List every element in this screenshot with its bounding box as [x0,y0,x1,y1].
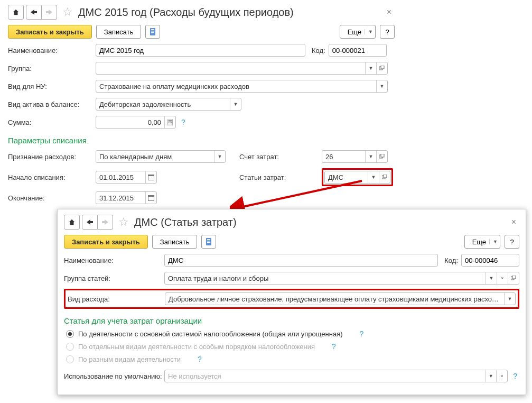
help-icon[interactable]: ? [358,329,366,338]
favorite-star-icon[interactable]: ☆ [118,215,129,229]
code-label: Код: [444,257,458,264]
help-icon[interactable]: ? [179,118,188,126]
expense-type-combo[interactable]: Добровольное личное страхование, предусм… [165,292,516,305]
report-button[interactable] [145,25,160,39]
help-button[interactable]: ? [380,25,395,39]
code-field[interactable] [329,44,387,57]
default-use-label: Использование по умолчанию: [64,372,161,380]
amount-label: Сумма: [8,118,92,126]
group-label: Группа статей: [64,274,161,282]
back-button[interactable] [26,5,42,20]
subwindow-title: ДМС (Статья затрат) [134,216,237,228]
open-icon[interactable] [508,272,519,284]
amount-field[interactable]: 0,00 [96,116,176,129]
account-combo[interactable]: 26 ▼ [322,150,388,163]
group-label: Группа: [8,65,92,72]
org-costs-section-title: Статья для учета затрат организации [64,316,519,325]
open-icon[interactable] [376,62,387,74]
writeoff-section-title: Параметры списания [8,136,529,145]
recognition-label: Признание расходов: [8,153,92,161]
close-button[interactable]: × [384,7,395,17]
svg-rect-7 [169,120,172,121]
dropdown-icon[interactable]: ▼ [376,80,387,92]
help-icon[interactable]: ? [195,355,204,363]
asset-type-label: Вид актива в балансе: [8,100,92,108]
expense-type-label: Вид расхода: [68,295,162,303]
svg-point-12 [170,123,171,124]
name-field[interactable] [164,254,438,267]
save-close-button[interactable]: Записать и закрыть [8,25,92,39]
end-date-field[interactable]: 31.12.2015 [96,191,157,204]
asset-type-combo[interactable]: Дебиторская задолженность ▼ [96,98,241,111]
articles-combo[interactable]: ДМС ▼ [324,171,390,184]
radio-main-tax[interactable]: По деятельности с основной системой нало… [66,329,519,338]
open-icon[interactable] [379,171,390,183]
calendar-icon[interactable] [145,171,156,183]
nu-type-label: Вид для НУ: [8,83,92,90]
dropdown-icon[interactable]: ▼ [486,272,497,284]
name-field[interactable] [96,44,305,57]
svg-point-11 [169,123,170,124]
dropdown-icon[interactable]: ▼ [504,293,515,305]
svg-rect-5 [381,66,384,69]
recognition-combo[interactable]: По календарным дням ▼ [96,150,226,163]
end-label: Окончание: [8,194,92,202]
save-button[interactable]: Записать [152,235,198,249]
code-field[interactable] [461,254,519,267]
dropdown-icon[interactable]: ▼ [214,151,225,162]
nu-type-combo[interactable]: Страхование на оплату медицинских расход… [96,80,388,93]
window-title: ДМС 2015 год (Расходы будущих периодов) [78,6,294,19]
articles-label: Статьи затрат: [239,173,319,181]
more-button[interactable]: Еще▼ [340,25,376,39]
start-label: Начало списания: [8,173,92,181]
svg-rect-2 [151,31,154,32]
dropdown-icon[interactable]: ▼ [365,62,376,74]
default-use-combo[interactable]: Не используется ▼ × [164,370,508,382]
help-icon[interactable]: ? [330,342,338,351]
svg-rect-1 [151,29,154,30]
svg-rect-21 [207,241,210,242]
code-label: Код: [312,47,325,54]
svg-point-8 [169,122,170,123]
group-combo[interactable]: ▼ [96,62,388,75]
svg-rect-15 [381,154,384,157]
clear-icon[interactable]: × [496,370,507,382]
help-button[interactable]: ? [505,235,519,249]
back-button[interactable] [82,215,98,230]
account-label: Счет затрат: [239,153,319,161]
help-icon[interactable]: ? [511,372,519,380]
svg-rect-22 [207,242,210,243]
name-label: Наименование: [8,47,92,54]
favorite-star-icon[interactable]: ☆ [62,5,73,19]
report-button[interactable] [201,235,216,249]
more-button[interactable]: Еще▼ [464,235,500,249]
close-button[interactable]: × [508,217,519,227]
name-label: Наименование: [64,257,161,264]
home-button[interactable] [8,5,24,20]
dropdown-icon[interactable]: ▼ [365,151,376,162]
dropdown-icon[interactable]: ▼ [230,98,241,110]
calendar-icon[interactable] [145,192,156,204]
svg-point-10 [171,122,172,123]
forward-button [42,5,57,20]
save-close-button[interactable]: Записать и закрыть [64,235,148,249]
clear-icon[interactable]: × [497,272,508,284]
svg-rect-3 [151,32,154,33]
group-combo[interactable]: Оплата труда и налоги и сборы ▼ × [164,272,519,285]
start-date-field[interactable]: 01.01.2015 [96,171,157,184]
svg-point-13 [171,123,172,124]
home-button[interactable] [64,215,80,230]
open-icon[interactable] [376,151,387,162]
svg-rect-24 [512,276,516,279]
dropdown-icon[interactable]: ▼ [368,171,379,183]
dropdown-icon[interactable]: ▼ [485,370,496,382]
svg-point-9 [170,122,171,123]
svg-rect-17 [384,175,387,178]
svg-rect-20 [207,239,210,240]
radio-special-tax: По отдельным видам деятельности с особым… [66,342,519,351]
radio-mixed: По разным видам деятельности ? [66,355,519,363]
forward-button [98,215,113,230]
calculator-icon[interactable] [164,116,175,128]
save-button[interactable]: Записать [96,25,142,39]
